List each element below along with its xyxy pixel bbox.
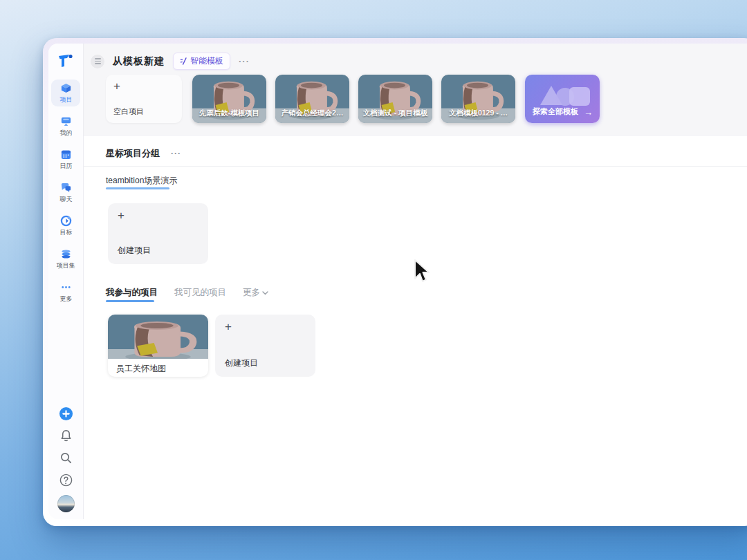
page-header: 从模板新建 智能模板 ···: [91, 53, 250, 70]
active-tab-underline: [106, 300, 154, 302]
search-icon[interactable]: [59, 451, 73, 465]
sidebar-item-programs[interactable]: 项目集: [51, 245, 80, 272]
app-window: 项目 我的: [43, 38, 747, 526]
plus-icon: +: [113, 81, 174, 91]
active-tab-underline: [106, 187, 169, 189]
template-section: 从模板新建 智能模板 ··· + 空白项目: [84, 44, 747, 136]
magic-wand-icon: [180, 57, 187, 65]
sidebar-item-label: 目标: [59, 228, 72, 236]
template-card[interactable]: 文档模板0129 - …: [441, 75, 515, 123]
create-project-label: 创建项目: [118, 245, 199, 256]
user-avatar[interactable]: [57, 495, 75, 512]
sidebar-item-label: 项目: [59, 95, 72, 104]
header-more-button[interactable]: ···: [239, 56, 250, 66]
starred-tab-scene-demo[interactable]: teambition场景演示: [106, 175, 177, 187]
sidebar-item-goals[interactable]: 目标: [51, 212, 80, 239]
calendar-icon: [60, 149, 72, 160]
template-card[interactable]: 先票后款-模板项目: [192, 75, 266, 123]
sidebar-item-label: 更多: [59, 295, 72, 303]
arrow-right-icon: →: [584, 107, 593, 118]
template-card-label: 文档模板0129 - …: [441, 109, 515, 118]
sidebar-item-label: 我的: [59, 129, 72, 137]
teambition-logo[interactable]: [57, 52, 75, 70]
main-content: 从模板新建 智能模板 ··· + 空白项目: [84, 44, 747, 519]
teambition-app: 项目 我的: [48, 44, 747, 519]
sidebar: 项目 我的: [48, 44, 84, 519]
template-card-label: 产销会总经理会2…: [275, 109, 349, 118]
blank-project-card[interactable]: + 空白项目: [106, 75, 182, 123]
desktop-background: { "app": { "logo_letter": "T" }, "sideba…: [0, 0, 747, 560]
add-circle-icon[interactable]: [59, 407, 73, 421]
explore-all-templates-card[interactable]: 探索全部模板 →: [525, 75, 600, 123]
page-title: 从模板新建: [113, 55, 165, 68]
starred-group-title: 星标项目分组: [106, 147, 160, 160]
template-card-label: 先票后款-模板项目: [192, 109, 266, 118]
template-card-label: 文档测试 - 项目模板: [358, 109, 432, 118]
tab-projects-visible[interactable]: 我可见的项目: [174, 287, 226, 299]
chat-icon: [60, 182, 72, 194]
smart-template-button[interactable]: 智能模板: [173, 53, 230, 70]
explore-label: 探索全部模板: [533, 106, 578, 117]
target-icon: [60, 215, 72, 227]
template-card[interactable]: 文档测试 - 项目模板: [358, 75, 432, 123]
hamburger-menu-icon[interactable]: [91, 55, 104, 68]
chevron-down-icon: [262, 291, 268, 295]
sidebar-item-more[interactable]: 更多: [51, 279, 80, 306]
cube-icon: [60, 82, 72, 94]
create-project-card[interactable]: + 创建项目: [215, 315, 315, 377]
plus-icon: +: [118, 210, 199, 221]
tab-more-dropdown[interactable]: 更多: [243, 287, 268, 299]
sidebar-item-projects[interactable]: 项目: [51, 80, 80, 106]
sidebar-item-label: 聊天: [59, 195, 72, 203]
more-dots-icon: [60, 281, 72, 293]
sidebar-item-calendar[interactable]: 日历: [51, 146, 80, 173]
template-card[interactable]: 产销会总经理会2…: [275, 75, 349, 123]
sidebar-nav: 项目 我的: [51, 80, 80, 306]
sidebar-item-label: 项目集: [56, 261, 75, 270]
bell-icon[interactable]: [59, 429, 73, 443]
project-thumbnail-mug: [108, 315, 208, 359]
tab-projects-i-joined[interactable]: 我参与的项目: [106, 287, 158, 299]
sidebar-item-chat[interactable]: 聊天: [51, 179, 80, 206]
monitor-icon: [60, 115, 72, 127]
create-project-card[interactable]: + 创建项目: [108, 203, 208, 264]
sidebar-item-my[interactable]: 我的: [51, 113, 80, 140]
starred-group-more-button[interactable]: ···: [171, 149, 181, 158]
section-divider: [84, 166, 747, 167]
project-card-label: 员工关怀地图: [108, 359, 208, 375]
tab-more-label: 更多: [243, 287, 260, 299]
sidebar-bottom: [57, 407, 75, 512]
stack-icon: [60, 248, 72, 260]
blank-project-label: 空白项目: [113, 106, 174, 117]
sidebar-item-label: 日历: [59, 162, 72, 170]
plus-icon: +: [225, 321, 306, 332]
projects-tabs: 我参与的项目 我可见的项目 更多: [106, 287, 268, 299]
project-card-employee-care[interactable]: 员工关怀地图: [108, 315, 208, 377]
starred-group-header: 星标项目分组 ···: [106, 147, 181, 160]
smart-template-label: 智能模板: [190, 55, 223, 67]
help-icon[interactable]: [59, 473, 73, 487]
create-project-label: 创建项目: [225, 357, 306, 369]
